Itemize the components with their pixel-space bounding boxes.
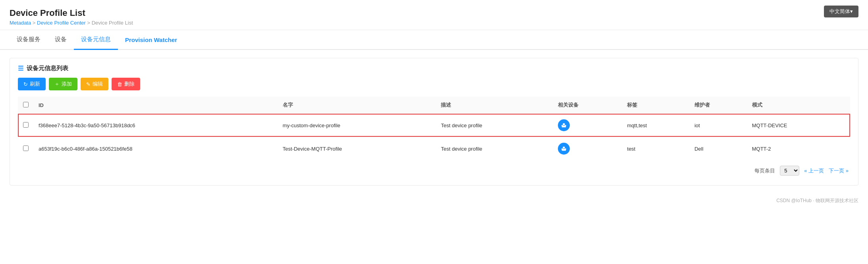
tabs-bar: 设备服务 设备 设备元信息 Provision Watcher (0, 30, 868, 50)
tab-provision-watcher[interactable]: Provision Watcher (118, 31, 184, 50)
page-header: Device Profile List Metadata > Device Pr… (0, 0, 868, 30)
col-id: ID (34, 97, 278, 114)
table-header-row: ID 名字 描述 相关设备 标签 维护者 模式 (18, 97, 850, 114)
row-maintainer: iot (690, 114, 747, 137)
col-related-devices: 相关设备 (553, 97, 623, 114)
row-id: f368eee7-5128-4b3c-9a50-56713b918dc6 (34, 114, 278, 137)
svg-point-0 (563, 123, 565, 125)
col-tags: 标签 (622, 97, 690, 114)
svg-point-4 (561, 148, 563, 150)
section-title: ☰ 设备元信息列表 (18, 65, 850, 72)
col-checkbox (18, 97, 34, 114)
table-row: a653f19c-b6c0-486f-a86a-150521b6fe58 Tes… (18, 137, 850, 161)
delete-icon: 🗑 (117, 81, 122, 87)
row-tags: test (622, 137, 690, 161)
refresh-icon: ↻ (23, 81, 28, 87)
col-mode: 模式 (747, 97, 850, 114)
footer: CSDN @IoTHub · 物联网开源技术社区 (0, 193, 868, 207)
row-mode: MQTT-DEVICE (747, 114, 850, 137)
pagination-bar: 每页条目 5 10 20 « 上一页 下一页 » (18, 160, 850, 177)
select-all-checkbox[interactable] (23, 102, 29, 107)
row-description: Test device profile (436, 114, 553, 137)
svg-point-2 (565, 125, 566, 126)
tab-device-service[interactable]: 设备服务 (10, 30, 48, 50)
main-content: ☰ 设备元信息列表 ↻ 刷新 ＋ 添加 ✎ 编辑 🗑 (0, 50, 868, 193)
row-tags: mqtt,test (622, 114, 690, 137)
prev-page-button[interactable]: « 上一页 (804, 167, 824, 174)
table-card: ☰ 设备元信息列表 ↻ 刷新 ＋ 添加 ✎ 编辑 🗑 (10, 58, 858, 186)
page-title: Device Profile List (10, 8, 858, 18)
breadcrumb-current: Device Profile List (92, 20, 133, 26)
edit-button[interactable]: ✎ 编辑 (81, 78, 108, 90)
breadcrumb-device-profile-center[interactable]: Device Profile Center (37, 20, 86, 26)
row-related-devices (553, 137, 623, 161)
device-icon (558, 119, 570, 131)
row-name: Test-Device-MQTT-Profile (278, 137, 436, 161)
edit-icon: ✎ (86, 81, 91, 87)
toolbar: ↻ 刷新 ＋ 添加 ✎ 编辑 🗑 删除 (18, 78, 850, 90)
list-icon: ☰ (18, 65, 23, 72)
col-maintainer: 维护者 (690, 97, 747, 114)
device-icon (558, 143, 570, 155)
per-page-label: 每页条目 (754, 167, 775, 174)
next-page-button[interactable]: 下一页 » (829, 167, 849, 174)
lang-button[interactable]: 中文简体▾ (824, 6, 858, 17)
row-name: my-custom-device-profile (278, 114, 436, 137)
row-checkbox[interactable] (23, 122, 29, 128)
add-button[interactable]: ＋ 添加 (49, 78, 77, 90)
data-table: ID 名字 描述 相关设备 标签 维护者 模式 (18, 97, 850, 160)
tab-device[interactable]: 设备 (48, 30, 74, 50)
table-row: f368eee7-5128-4b3c-9a50-56713b918dc6 my-… (18, 114, 850, 137)
svg-point-3 (563, 147, 565, 149)
row-checkbox[interactable] (23, 145, 29, 151)
per-page-select[interactable]: 5 10 20 (780, 166, 799, 176)
delete-button[interactable]: 🗑 删除 (112, 78, 140, 90)
col-description: 描述 (436, 97, 553, 114)
tab-device-meta[interactable]: 设备元信息 (74, 30, 118, 50)
row-checkbox-cell (18, 114, 34, 137)
row-id: a653f19c-b6c0-486f-a86a-150521b6fe58 (34, 137, 278, 161)
svg-point-1 (561, 125, 563, 126)
breadcrumb-metadata[interactable]: Metadata (10, 20, 31, 26)
col-name: 名字 (278, 97, 436, 114)
refresh-button[interactable]: ↻ 刷新 (18, 78, 46, 90)
add-icon: ＋ (54, 80, 60, 88)
row-description: Test device profile (436, 137, 553, 161)
row-mode: MQTT-2 (747, 137, 850, 161)
page-wrapper: 中文简体▾ Device Profile List Metadata > Dev… (0, 0, 868, 264)
row-checkbox-cell (18, 137, 34, 161)
svg-point-5 (565, 148, 566, 150)
footer-text: CSDN @IoTHub · 物联网开源技术社区 (776, 198, 858, 203)
row-maintainer: Dell (690, 137, 747, 161)
row-related-devices (553, 114, 623, 137)
breadcrumb: Metadata > Device Profile Center > Devic… (10, 20, 858, 26)
